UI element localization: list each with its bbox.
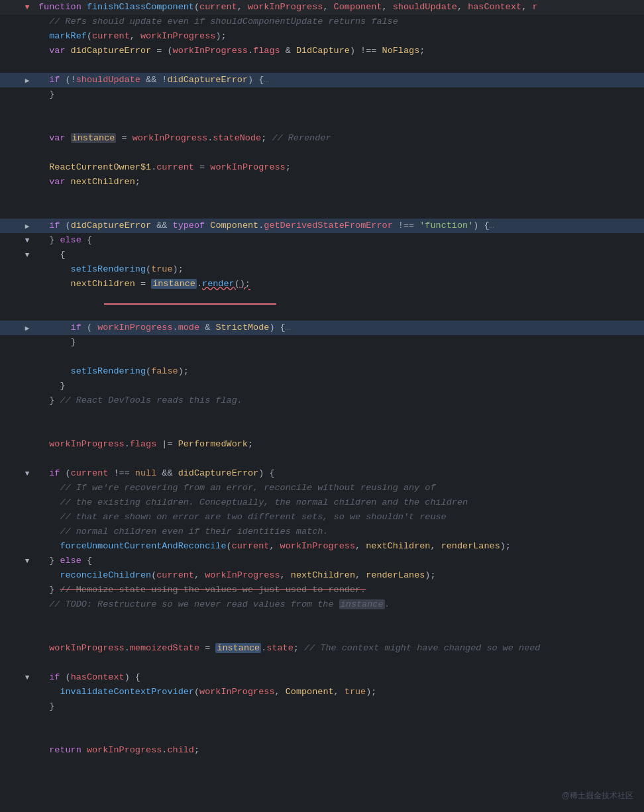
line-number-10 — [0, 131, 21, 146]
code-line-34: // that are shown on error are two diffe… — [0, 510, 644, 525]
code-line-28-empty — [0, 423, 644, 437]
fold-arrow-31[interactable]: ▼ — [21, 466, 33, 481]
code-content-21: if ( workInProgress.mode & StrictMode) {… — [33, 321, 644, 335]
code-content-18: { — [33, 248, 644, 262]
fold-arrow-50 — [21, 743, 33, 758]
code-content-5 — [33, 58, 644, 73]
code-line-30-empty — [0, 452, 644, 466]
code-content-1: function finishClassComponent(current, w… — [33, 0, 644, 15]
line-number-30 — [0, 452, 21, 466]
fold-arrow-19 — [21, 262, 33, 277]
fold-arrow-1[interactable]: ▼ — [21, 0, 33, 15]
fold-arrow-43 — [21, 641, 33, 656]
code-content-30 — [33, 452, 644, 466]
code-content-32: // If we're recovering from an error, re… — [33, 481, 644, 495]
line-number-44 — [0, 656, 21, 670]
line-number-23 — [0, 350, 21, 364]
code-content-15 — [33, 204, 644, 219]
code-content-42 — [33, 627, 644, 641]
code-line-16: ▶ if (didCaptureError && typeof Componen… — [0, 219, 644, 233]
line-number-41 — [0, 612, 21, 627]
fold-arrow-22 — [21, 335, 33, 350]
code-line-22: } — [0, 335, 644, 350]
line-number-33 — [0, 495, 21, 510]
fold-arrow-12 — [21, 160, 33, 175]
line-number-22 — [0, 335, 21, 350]
code-line-5-empty — [0, 58, 644, 73]
line-number-27 — [0, 408, 21, 423]
fold-arrow-45[interactable]: ▼ — [21, 670, 33, 685]
code-content-48 — [33, 714, 644, 729]
code-line-17: ▼ } else { — [0, 233, 644, 248]
code-content-12: ReactCurrentOwner$1.current = workInProg… — [33, 160, 644, 175]
code-line-45: ▼ if (hasContext) { — [0, 670, 644, 685]
code-line-25: } — [0, 379, 644, 393]
line-number-34 — [0, 510, 21, 525]
line-number-24 — [0, 364, 21, 379]
code-line-38: reconcileChildren(current, workInProgres… — [0, 568, 644, 583]
fold-arrow-2 — [21, 15, 33, 29]
line-number-32 — [0, 481, 21, 495]
code-line-37: ▼ } else { — [0, 554, 644, 568]
code-line-29: workInProgress.flags |= PerformedWork; — [0, 437, 644, 452]
code-content-43: workInProgress.memoizedState = instance.… — [33, 641, 644, 656]
code-line-18: ▼ { — [0, 248, 644, 262]
fold-arrow-47 — [21, 699, 33, 714]
fold-arrow-11 — [21, 146, 33, 160]
fold-arrow-17[interactable]: ▼ — [21, 233, 33, 248]
line-number-14 — [0, 189, 21, 204]
code-line-36: forceUnmountCurrentAndReconcile(current,… — [0, 539, 644, 554]
line-number-16 — [0, 219, 21, 233]
code-content-3: markRef(current, workInProgress); — [33, 29, 644, 44]
code-line-48-empty — [0, 714, 644, 729]
code-content-23 — [33, 350, 644, 364]
code-content-35: // normal children even if their identit… — [33, 525, 644, 539]
code-editor: ▼ function finishClassComponent(current,… — [0, 0, 644, 787]
fold-arrow-40 — [21, 597, 33, 612]
code-line-33: // the existing children. Conceptually, … — [0, 495, 644, 510]
code-content-11 — [33, 146, 644, 160]
fold-arrow-49 — [21, 729, 33, 743]
line-number-6 — [0, 73, 21, 87]
line-number-36 — [0, 539, 21, 554]
fold-arrow-16[interactable]: ▶ — [21, 219, 33, 233]
line-number-3 — [0, 29, 21, 44]
line-number-25 — [0, 379, 21, 393]
fold-arrow-28 — [21, 423, 33, 437]
line-number-5 — [0, 58, 21, 73]
fold-arrow-25 — [21, 379, 33, 393]
code-content-13: var nextChildren; — [33, 175, 644, 189]
fold-arrow-21[interactable]: ▶ — [21, 321, 33, 335]
fold-arrow-15 — [21, 204, 33, 219]
line-number-7 — [0, 87, 21, 102]
code-content-40: // TODO: Restructure so we never read va… — [33, 597, 644, 612]
fold-arrow-14 — [21, 189, 33, 204]
line-number-52 — [0, 772, 21, 787]
fold-arrow-8 — [21, 102, 33, 117]
code-line-32: // If we're recovering from an error, re… — [0, 481, 644, 495]
code-line-31: ▼ if (current !== null && didCaptureErro… — [0, 466, 644, 481]
code-content-49 — [33, 729, 644, 743]
fold-arrow-6[interactable]: ▶ — [21, 73, 33, 87]
line-number-11 — [0, 146, 21, 160]
fold-arrow-37[interactable]: ▼ — [21, 554, 33, 568]
code-content-19: setIsRendering(true); — [33, 262, 644, 277]
fold-arrow-29 — [21, 437, 33, 452]
code-line-46: invalidateContextProvider(workInProgress… — [0, 685, 644, 699]
code-line-8-empty — [0, 102, 644, 117]
code-content-22: } — [33, 335, 644, 350]
code-line-3: markRef(current, workInProgress); — [0, 29, 644, 44]
fold-arrow-38 — [21, 568, 33, 583]
line-number-20 — [0, 277, 21, 321]
fold-arrow-41 — [21, 612, 33, 627]
line-number-8 — [0, 102, 21, 117]
code-line-4: var didCaptureError = (workInProgress.fl… — [0, 44, 644, 58]
code-content-39: } // Memoize state using the values we j… — [33, 583, 644, 597]
code-content-25: } — [33, 379, 644, 393]
line-number-1 — [0, 0, 21, 15]
code-content-17: } else { — [33, 233, 644, 248]
line-number-35 — [0, 525, 21, 539]
code-line-6: ▶ if (!shouldUpdate && !didCaptureError)… — [0, 73, 644, 87]
line-number-9 — [0, 117, 21, 131]
fold-arrow-18[interactable]: ▼ — [21, 248, 33, 262]
